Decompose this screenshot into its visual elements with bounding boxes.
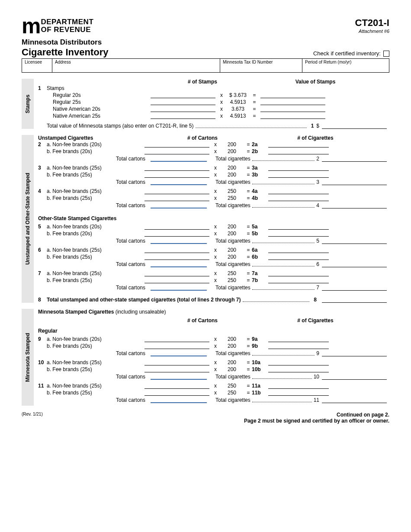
- total-cigs-label: Total cigarettes: [209, 374, 250, 380]
- cartons-input[interactable]: [144, 141, 209, 147]
- address-cell[interactable]: Address: [52, 59, 220, 72]
- cartons-input[interactable]: [144, 336, 209, 342]
- mn-col-mid: # of Cartons: [164, 317, 241, 324]
- licensee-cell[interactable]: Licensee: [22, 59, 52, 72]
- cigs-input[interactable]: [268, 359, 329, 365]
- stamp-value-input[interactable]: [260, 113, 325, 119]
- cartons-input[interactable]: [144, 188, 209, 194]
- result-label: 3a: [252, 165, 268, 171]
- total-cartons-input[interactable]: [151, 238, 207, 244]
- group-row-b: b. Fee brands (20s) x 200 = 5b: [38, 230, 389, 237]
- cigs-input[interactable]: [268, 343, 329, 349]
- cigs-input[interactable]: [268, 270, 329, 276]
- cigs-input[interactable]: [268, 247, 329, 253]
- cartons-input[interactable]: [144, 195, 209, 201]
- cartons-input[interactable]: [144, 172, 209, 178]
- stamp-qty-input[interactable]: [151, 92, 215, 98]
- cigs-input[interactable]: [268, 277, 329, 283]
- total-cigs-input[interactable]: [322, 179, 387, 185]
- total-cartons-input[interactable]: [151, 350, 207, 356]
- mn-subhead: Regular: [38, 328, 389, 334]
- cartons-input[interactable]: [144, 270, 209, 276]
- cartons-input[interactable]: [144, 231, 209, 237]
- total-cigs-input[interactable]: [322, 350, 387, 356]
- attachment-label: Attachment #6: [355, 29, 389, 34]
- stamp-label: Regular 20s: [53, 92, 148, 98]
- total-cigs-input[interactable]: [322, 261, 387, 267]
- cartons-input[interactable]: [144, 343, 209, 349]
- cigs-input[interactable]: [268, 231, 329, 237]
- cigs-input[interactable]: [268, 366, 329, 372]
- equals-icon: =: [245, 231, 252, 237]
- stamp-value-input[interactable]: [260, 106, 325, 112]
- stamps-total-input[interactable]: [322, 123, 387, 129]
- cigs-input[interactable]: [268, 224, 329, 230]
- mult-icon: x: [212, 383, 219, 389]
- stamp-value-input[interactable]: [260, 92, 325, 98]
- cigs-input[interactable]: [268, 141, 329, 147]
- total-cartons-input[interactable]: [151, 179, 207, 185]
- cigs-input[interactable]: [268, 165, 329, 171]
- rate: 200: [219, 336, 245, 342]
- cartons-input[interactable]: [144, 383, 209, 389]
- logo-icon: m: [22, 17, 38, 35]
- equals-icon: =: [245, 366, 252, 372]
- certified-checkbox[interactable]: [383, 51, 389, 57]
- cigs-input[interactable]: [268, 148, 329, 154]
- equals-icon: =: [245, 277, 252, 283]
- cartons-input[interactable]: [144, 366, 209, 372]
- row-label: b. Fee brands (25s): [47, 390, 142, 396]
- total-cartons-input[interactable]: [151, 374, 207, 380]
- stamp-qty-input[interactable]: [151, 99, 215, 105]
- total-cartons-input[interactable]: [151, 285, 207, 291]
- cartons-input[interactable]: [144, 224, 209, 230]
- total-cigs-input[interactable]: [322, 156, 387, 162]
- total-cigs-input[interactable]: [322, 285, 387, 291]
- total-cigs-input[interactable]: [322, 374, 387, 380]
- line8-input[interactable]: [322, 297, 387, 303]
- mult-icon: x: [212, 188, 219, 194]
- cigs-input[interactable]: [268, 188, 329, 194]
- cigs-input[interactable]: [268, 172, 329, 178]
- stamp-qty-input[interactable]: [151, 106, 215, 112]
- total-cigs-input[interactable]: [322, 202, 387, 208]
- cigs-input[interactable]: [268, 195, 329, 201]
- equals-icon: =: [251, 99, 258, 105]
- stamp-value-input[interactable]: [260, 99, 325, 105]
- period-cell[interactable]: Period of Return (mo/yr): [302, 59, 389, 72]
- result-label: 9a: [252, 336, 268, 342]
- stamps-total-text: Total value of Minnesota stamps (also en…: [47, 123, 194, 129]
- taxid-cell[interactable]: Minnesota Tax ID Number: [220, 59, 302, 72]
- total-cartons-input[interactable]: [151, 202, 207, 208]
- cartons-input[interactable]: [144, 390, 209, 396]
- total-cigs-input[interactable]: [322, 238, 387, 244]
- row-label: b. Fee brands (25s): [47, 195, 142, 201]
- total-cigs-input[interactable]: [322, 397, 387, 403]
- mult-icon: x: [212, 277, 219, 283]
- cartons-input[interactable]: [144, 247, 209, 253]
- cartons-input[interactable]: [144, 165, 209, 171]
- total-cartons-label: Total cartons: [38, 350, 148, 356]
- group-row-b: b. Fee brands (25s) x 250 = 7b: [38, 277, 389, 284]
- rate: 250: [219, 390, 245, 396]
- cartons-input[interactable]: [144, 254, 209, 260]
- rate: 200: [219, 254, 245, 260]
- cartons-input[interactable]: [144, 359, 209, 365]
- total-cartons-label: Total cartons: [38, 202, 148, 208]
- cartons-input[interactable]: [144, 277, 209, 283]
- stamp-row: Native American 20s x 3.673 =: [38, 106, 389, 112]
- result-label: 4a: [252, 188, 268, 194]
- cigs-input[interactable]: [268, 390, 329, 396]
- cartons-input[interactable]: [144, 148, 209, 154]
- total-cartons-input[interactable]: [151, 156, 207, 162]
- mult-icon: x: [212, 390, 219, 396]
- stamps-head: Stamps: [47, 85, 142, 91]
- cigs-input[interactable]: [268, 254, 329, 260]
- group-row-a: 10 a. Non-fee brands (25s) x 200 = 10a: [38, 359, 389, 366]
- total-cartons-input[interactable]: [151, 261, 207, 267]
- cigs-input[interactable]: [268, 383, 329, 389]
- stamp-qty-input[interactable]: [151, 113, 215, 119]
- title-line1: Minnesota Distributors: [22, 38, 389, 47]
- cigs-input[interactable]: [268, 336, 329, 342]
- total-cartons-input[interactable]: [151, 397, 207, 403]
